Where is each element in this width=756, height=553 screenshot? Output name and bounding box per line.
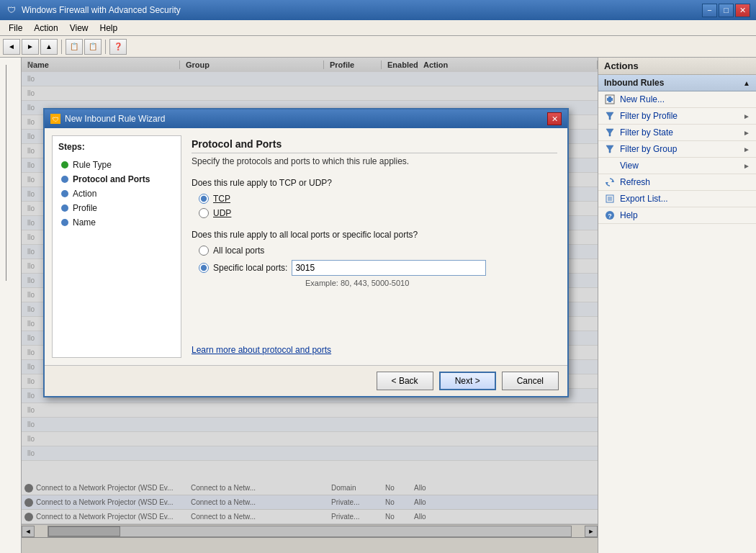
help-toolbar-button[interactable]: ❓ [109, 39, 127, 55]
new-rule-dialog: 🛡 New Inbound Rule Wizard ✕ Steps: Rule … [43, 108, 569, 397]
step-label-name: Name [73, 217, 96, 228]
svg-marker-6 [606, 112, 613, 120]
filter-group-label: Filter by Group [620, 144, 677, 154]
export-list-icon [604, 193, 616, 204]
app-icon: 🛡 [6, 4, 17, 16]
view-arrow: ► [743, 162, 750, 170]
step-profile[interactable]: Profile [58, 201, 175, 215]
inbound-rules-section[interactable]: Inbound Rules ▲ [598, 75, 756, 91]
radio-udp-item: UDP [199, 208, 557, 218]
help-label: Help [620, 210, 638, 220]
action-help[interactable]: ? Help [598, 207, 756, 224]
filter-profile-label: Filter by Profile [620, 111, 678, 121]
radio-tcp-item: TCP [199, 194, 557, 204]
filter-group-icon [604, 143, 616, 155]
port-number-input[interactable] [292, 260, 486, 276]
radio-specific-ports[interactable] [199, 263, 209, 273]
new-rule-label: New Rule... [620, 94, 665, 104]
action-refresh[interactable]: Refresh [598, 174, 756, 191]
menu-file[interactable]: File [3, 22, 28, 35]
steps-panel: Steps: Rule Type Protocol and Ports Acti… [52, 135, 181, 358]
step-protocol-ports[interactable]: Protocol and Ports [58, 172, 175, 186]
radio-all-ports-label: All local ports [213, 246, 264, 256]
export-list-label: Export List... [620, 194, 668, 204]
learn-more-link[interactable]: Learn more about protocol and ports [192, 345, 331, 355]
radio-all-ports[interactable] [199, 246, 209, 256]
radio-udp[interactable] [199, 208, 209, 218]
step-label-rule-type: Rule Type [73, 160, 112, 170]
svg-text:?: ? [608, 212, 612, 220]
cancel-button[interactable]: Cancel [502, 372, 559, 390]
back-button[interactable]: ◄ [3, 39, 20, 55]
maximize-button[interactable]: □ [719, 4, 734, 17]
step-label-profile: Profile [73, 203, 97, 213]
dialog-title-text: New Inbound Rule Wizard [65, 114, 547, 124]
action-export-list[interactable]: Export List... [598, 191, 756, 207]
radio-udp-label: UDP [213, 208, 231, 218]
close-button[interactable]: ✕ [735, 4, 750, 17]
back-button[interactable]: < Back [377, 372, 433, 390]
main-layout: Name Group Profile Enabled Action llo ll… [0, 58, 756, 553]
actions-panel: Actions Inbound Rules ▲ New Rule... [598, 58, 756, 553]
section-chevron: ▲ [743, 79, 750, 87]
content-area: Name Group Profile Enabled Action llo ll… [22, 58, 598, 553]
svg-marker-7 [606, 129, 613, 136]
specific-ports-row: Specific local ports: [199, 260, 557, 276]
next-button[interactable]: Next > [439, 372, 496, 390]
title-bar: 🛡 Windows Firewall with Advanced Securit… [0, 0, 756, 20]
toolbar: ◄ ► ▲ 📋 📋 ❓ [0, 36, 756, 58]
port-example-text: Example: 80, 443, 5000-5010 [199, 279, 557, 287]
step-rule-type[interactable]: Rule Type [58, 158, 175, 172]
help-icon: ? [604, 210, 616, 221]
dialog-close-button[interactable]: ✕ [547, 112, 562, 125]
step-name[interactable]: Name [58, 215, 175, 230]
menu-help[interactable]: Help [94, 22, 124, 35]
dialog-title-bar: 🛡 New Inbound Rule Wizard ✕ [45, 109, 567, 128]
filter-state-arrow: ► [743, 129, 750, 137]
menu-action[interactable]: Action [28, 22, 63, 35]
view-label: View [620, 161, 639, 171]
steps-label: Steps: [58, 142, 175, 152]
dialog-section-title: Protocol and Ports [192, 138, 557, 153]
dialog-main-content: Protocol and Ports Specify the protocols… [189, 135, 560, 358]
actions-panel-header: Actions [598, 58, 756, 75]
tree-sidebar [0, 58, 22, 553]
toolbar-separator [61, 40, 62, 54]
svg-text:🛡: 🛡 [53, 116, 59, 123]
dialog-title-icon: 🛡 [50, 114, 60, 124]
action-view[interactable]: View ► [598, 158, 756, 174]
filter-state-icon [604, 127, 616, 138]
action-filter-state[interactable]: Filter by State ► [598, 125, 756, 141]
up-button[interactable]: ▲ [40, 39, 58, 55]
step-dot-rule-type [61, 161, 68, 168]
toolbar-separator-2 [105, 40, 106, 54]
tree-line [6, 65, 16, 281]
action-filter-group[interactable]: Filter by Group ► [598, 141, 756, 158]
menu-view[interactable]: View [64, 22, 94, 35]
action-new-rule[interactable]: New Rule... [598, 91, 756, 108]
tcp-udp-radio-group: TCP UDP [192, 194, 557, 218]
question-ports: Does this rule apply to all local ports … [192, 230, 557, 240]
step-dot-name [61, 219, 68, 226]
action-filter-profile[interactable]: Filter by Profile ► [598, 108, 756, 125]
filter-profile-icon [604, 110, 616, 122]
toolbar-btn-2[interactable]: 📋 [84, 39, 102, 55]
step-label-protocol-ports: Protocol and Ports [73, 174, 150, 184]
menu-bar: File Action View Help [0, 20, 756, 36]
dialog-overlay: 🛡 New Inbound Rule Wizard ✕ Steps: Rule … [22, 58, 598, 553]
title-bar-buttons: − □ ✕ [702, 4, 750, 17]
refresh-label: Refresh [620, 177, 650, 187]
forward-button[interactable]: ► [22, 39, 39, 55]
radio-all-ports-item: All local ports [199, 246, 557, 256]
step-dot-action [61, 190, 68, 197]
step-action[interactable]: Action [58, 186, 175, 201]
radio-tcp[interactable] [199, 194, 209, 204]
toolbar-btn-1[interactable]: 📋 [66, 39, 83, 55]
title-bar-text: Windows Firewall with Advanced Security [22, 5, 702, 15]
dialog-description: Specify the protocols and ports to which… [192, 156, 557, 166]
filter-profile-arrow: ► [743, 112, 750, 120]
svg-marker-8 [606, 145, 613, 153]
step-label-action: Action [73, 189, 96, 199]
svg-rect-5 [607, 98, 613, 101]
minimize-button[interactable]: − [702, 4, 717, 17]
